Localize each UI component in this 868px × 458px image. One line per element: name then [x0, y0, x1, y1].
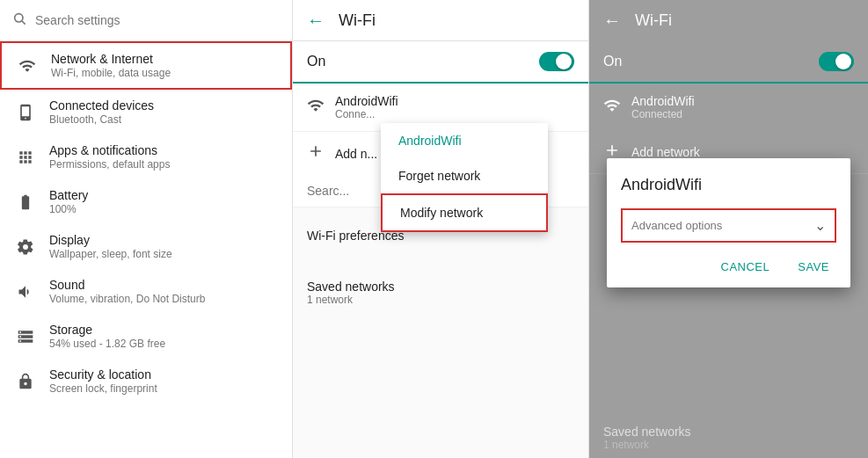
dialog-field-chevron-icon: ⌄: [814, 217, 826, 234]
network-icon: [14, 57, 40, 75]
middle-plus-icon: [307, 142, 325, 164]
right-net-name: AndroidWifi: [631, 94, 695, 108]
storage-icon: [12, 328, 39, 345]
svg-point-0: [15, 14, 23, 22]
dialog-title: AndroidWifi: [621, 176, 836, 194]
battery-subtitle: 100%: [49, 203, 88, 215]
apps-item-text: Apps & notifications Permissions, defaul…: [49, 143, 170, 171]
apps-icon: [12, 149, 39, 166]
storage-subtitle: 54% used - 1.82 GB free: [49, 338, 165, 350]
context-menu-item-forget[interactable]: Forget network: [381, 158, 548, 193]
middle-saved-networks-title: Saved networks: [307, 280, 574, 294]
sidebar-item-connected[interactable]: Connected devices Bluetooth, Cast: [0, 90, 292, 134]
sidebar-item-storage[interactable]: Storage 54% used - 1.82 GB free: [0, 314, 292, 359]
sidebar-item-sound[interactable]: Sound Volume, vibration, Do Not Disturb: [0, 269, 292, 314]
middle-saved-networks-section[interactable]: Saved networks 1 network: [293, 258, 588, 322]
sidebar-item-display[interactable]: Display Wallpaper, sleep, font size: [0, 224, 292, 269]
modify-dialog: AndroidWifi Advanced options ⌄ CANCEL SA…: [607, 158, 850, 287]
middle-net-name: AndroidWifi: [335, 94, 398, 108]
right-toggle-switch[interactable]: [819, 52, 854, 71]
left-panel: Network & Internet Wi-Fi, mobile, data u…: [0, 0, 293, 458]
right-add-label: Add network: [631, 145, 700, 159]
context-menu: AndroidWifi Forget network Modify networ…: [381, 123, 548, 232]
svg-line-1: [22, 21, 26, 25]
right-net-text: AndroidWifi Connected: [631, 94, 695, 120]
middle-search-text: Searc...: [307, 184, 349, 198]
connected-title: Connected devices: [49, 98, 154, 113]
storage-item-text: Storage 54% used - 1.82 GB free: [49, 323, 165, 350]
middle-net-text: AndroidWifi Conne...: [335, 94, 398, 120]
middle-saved-networks-item[interactable]: Saved networks 1 network: [307, 271, 574, 315]
middle-add-label: Add n...: [335, 147, 377, 161]
battery-item-text: Battery 100%: [49, 188, 88, 215]
network-item-text: Network & Internet Wi-Fi, mobile, data u…: [51, 52, 171, 79]
right-back-button[interactable]: ←: [603, 11, 621, 31]
middle-wifi-toggle-row: On: [293, 41, 588, 84]
battery-icon: [12, 193, 39, 211]
display-subtitle: Wallpaper, sleep, font size: [49, 248, 172, 260]
battery-title: Battery: [49, 188, 88, 202]
storage-title: Storage: [49, 323, 165, 337]
security-item-text: Security & location Screen lock, fingerp…: [49, 367, 157, 395]
middle-toggle-label: On: [307, 54, 325, 69]
sound-item-text: Sound Volume, vibration, Do Not Disturb: [49, 278, 205, 305]
middle-panel-title: Wi-Fi: [339, 11, 376, 30]
dialog-advanced-options-field[interactable]: Advanced options ⌄: [621, 208, 836, 243]
right-saved-sub: 1 network: [603, 439, 854, 451]
middle-net-status: Conne...: [335, 108, 398, 120]
apps-title: Apps & notifications: [49, 143, 170, 157]
right-wifi-icon: [603, 97, 621, 119]
security-subtitle: Screen lock, fingerprint: [49, 382, 157, 395]
right-network-item[interactable]: AndroidWifi Connected: [589, 84, 868, 131]
sound-subtitle: Volume, vibration, Do Not Disturb: [49, 293, 205, 305]
right-panel-title: Wi-Fi: [635, 11, 672, 30]
connected-icon: [12, 104, 39, 121]
dialog-save-button[interactable]: SAVE: [791, 257, 836, 277]
right-saved-title: Saved networks: [603, 425, 854, 439]
middle-toggle-switch[interactable]: [539, 52, 574, 71]
sidebar-item-apps[interactable]: Apps & notifications Permissions, defaul…: [0, 134, 292, 179]
right-header: ← Wi-Fi: [589, 0, 868, 41]
right-panel: ← Wi-Fi On AndroidWifi Connected Add net…: [589, 0, 868, 458]
display-icon: [12, 238, 39, 256]
sidebar-item-network[interactable]: Network & Internet Wi-Fi, mobile, data u…: [0, 41, 292, 90]
middle-header: ← Wi-Fi: [293, 0, 588, 41]
connected-item-text: Connected devices Bluetooth, Cast: [49, 98, 154, 126]
display-title: Display: [49, 233, 172, 247]
search-icon: [12, 11, 26, 29]
context-menu-item-modify[interactable]: Modify network: [381, 193, 548, 232]
dialog-actions: CANCEL SAVE: [621, 257, 836, 277]
middle-back-button[interactable]: ←: [307, 11, 325, 31]
network-title: Network & Internet: [51, 52, 171, 66]
security-icon: [12, 373, 39, 390]
network-subtitle: Wi-Fi, mobile, data usage: [51, 67, 171, 79]
right-net-status: Connected: [631, 108, 695, 120]
right-toggle-label: On: [603, 54, 622, 69]
apps-subtitle: Permissions, default apps: [49, 158, 170, 171]
middle-saved-networks-sub: 1 network: [307, 294, 574, 306]
middle-panel: ← Wi-Fi On AndroidWifi Conne... Add n...…: [293, 0, 589, 458]
sound-title: Sound: [49, 278, 205, 292]
dialog-field-label: Advanced options: [631, 219, 722, 232]
sidebar-item-security[interactable]: Security & location Screen lock, fingerp…: [0, 359, 292, 403]
search-bar[interactable]: [0, 0, 292, 41]
right-wifi-toggle-row: On: [589, 41, 868, 84]
dialog-cancel-button[interactable]: CANCEL: [714, 257, 777, 277]
context-menu-item-wifi-name[interactable]: AndroidWifi: [381, 123, 548, 158]
sidebar-item-battery[interactable]: Battery 100%: [0, 179, 292, 224]
display-item-text: Display Wallpaper, sleep, font size: [49, 233, 172, 260]
connected-subtitle: Bluetooth, Cast: [49, 113, 154, 126]
security-title: Security & location: [49, 367, 157, 382]
middle-wifi-icon: [307, 97, 325, 119]
sound-icon: [12, 283, 39, 301]
search-input[interactable]: [35, 13, 280, 27]
